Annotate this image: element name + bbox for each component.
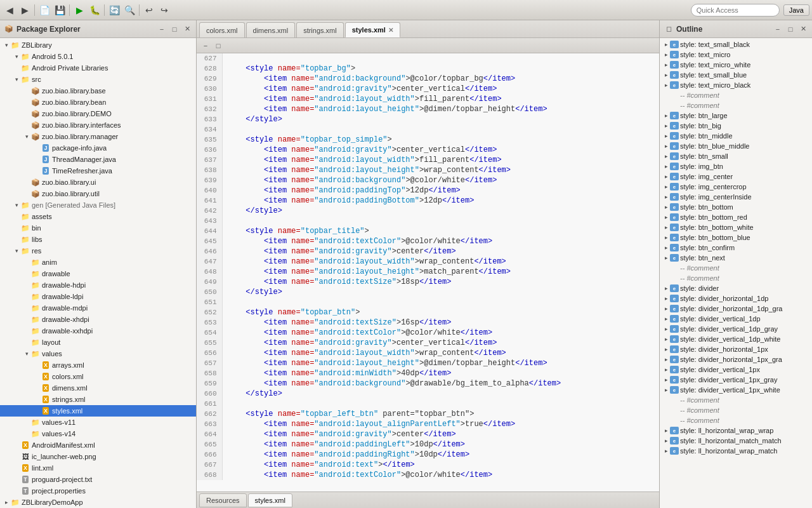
line-content[interactable]: <style name="topbar_left_btn" parent="to… — [222, 409, 659, 419]
outline-item[interactable]: ▸estyle: text_micro_black — [660, 80, 812, 90]
tree-item[interactable]: Xlint.xml — [0, 462, 196, 474]
tree-item[interactable]: XAndroidManifest.xml — [0, 439, 196, 451]
back-button[interactable]: ◀ — [3, 3, 16, 17]
tree-item[interactable]: 📦zuo.biao.library.bean — [0, 97, 196, 108]
outline-item[interactable]: ▸estyle: divider — [660, 283, 812, 293]
tree-item[interactable]: 📁drawable-xxhdpi — [0, 325, 196, 337]
line-content[interactable]: <item name="android:layout_width">fill_p… — [222, 155, 659, 165]
tree-item[interactable]: ▾📁res — [0, 245, 196, 257]
editor-tab[interactable]: colors.xml — [199, 22, 245, 37]
outline-item[interactable]: ▸estyle: btn_confirm — [660, 243, 812, 253]
outline-item[interactable]: ▸estyle: btn_middle — [660, 131, 812, 141]
tree-item[interactable]: 📁bin — [0, 222, 196, 234]
outline-item[interactable]: ▸estyle: divider_vertical_1px — [660, 364, 812, 375]
tree-item[interactable]: Xdimens.xml — [0, 382, 196, 394]
outline-item[interactable]: ▸estyle: divider_horizontal_1px — [660, 344, 812, 354]
quick-access-input[interactable] — [691, 4, 780, 17]
line-content[interactable]: <item name="android:layout_height">@dime… — [222, 104, 659, 114]
save-button[interactable]: 💾 — [53, 3, 67, 17]
outline-item[interactable]: -- #comment — [660, 415, 812, 425]
line-content[interactable]: <item name="android:paddingTop">12dp</it… — [222, 185, 659, 196]
refresh-button[interactable]: 🔄 — [107, 3, 121, 17]
tree-item[interactable]: JTimeRefresher.java — [0, 165, 196, 177]
new-button[interactable]: 📄 — [37, 3, 51, 17]
minimize-button[interactable]: − — [157, 24, 167, 34]
line-content[interactable]: <item name="android:gravity">center_vert… — [222, 338, 659, 348]
outline-item[interactable]: -- #comment — [660, 100, 812, 110]
outline-item[interactable]: ▸estyle: divider_vertical_1px_gray — [660, 375, 812, 385]
outline-item[interactable]: ▸estyle: ll_horizontal_wrap_match — [660, 446, 812, 456]
java-perspective-button[interactable]: Java — [783, 4, 809, 16]
tree-item[interactable]: 📁layout — [0, 337, 196, 348]
tree-item[interactable]: ▾📁Android 5.0.1 — [0, 51, 196, 62]
line-content[interactable]: <item name="android:textColor">@color/wh… — [222, 470, 659, 480]
outline-item[interactable]: ▸estyle: btn_bottom_white — [660, 222, 812, 232]
redo-button[interactable]: ↪ — [157, 3, 171, 17]
tree-item[interactable]: 📦zuo.biao.library.ui — [0, 177, 196, 188]
line-content[interactable]: <item name="android:background">@drawabl… — [222, 378, 659, 389]
tree-item[interactable]: Tproject.properties — [0, 485, 196, 497]
tree-item[interactable]: 📁values-v11 — [0, 417, 196, 428]
outline-item[interactable]: ▸estyle: btn_blue_middle — [660, 141, 812, 151]
line-content[interactable]: </style> — [222, 114, 659, 124]
tree-item[interactable]: ▾📁values — [0, 348, 196, 359]
line-content[interactable] — [222, 216, 659, 226]
tree-item[interactable]: ▸📁ZBLibraryDemoApp — [0, 497, 196, 508]
tree-item[interactable]: Xstyles.xml — [0, 405, 196, 417]
line-content[interactable]: <item name="android:background">@color/t… — [222, 74, 659, 84]
line-content[interactable]: <item name="android:layout_height">match… — [222, 267, 659, 277]
outline-item[interactable]: ▸estyle: divider_vertical_1dp_gray — [660, 324, 812, 334]
outline-item[interactable]: ▸estyle: text_micro_white — [660, 60, 812, 70]
tab-close-button[interactable]: ✕ — [388, 27, 393, 34]
tree-item[interactable]: 📁drawable-hdpi — [0, 279, 196, 291]
outline-item[interactable]: ▸estyle: btn_next — [660, 253, 812, 263]
tree-item[interactable]: 📁drawable — [0, 268, 196, 279]
outline-max-button[interactable]: □ — [785, 24, 796, 34]
line-content[interactable]: <item name="android:background">@color/w… — [222, 175, 659, 185]
close-panel-button[interactable]: ✕ — [182, 24, 192, 34]
code-editor[interactable]: 627628 <style name="topbar_bg">629 <item… — [197, 53, 659, 491]
line-content[interactable] — [222, 297, 659, 307]
run-button[interactable]: ▶ — [72, 3, 86, 17]
outline-item[interactable]: ▸estyle: img_centercrop — [660, 182, 812, 192]
outline-close-button[interactable]: ✕ — [798, 24, 808, 34]
outline-item[interactable]: ▸estyle: btn_small — [660, 151, 812, 161]
line-content[interactable]: </style> — [222, 287, 659, 297]
outline-item[interactable]: ▸estyle: divider_vertical_1dp_white — [660, 334, 812, 344]
tree-item[interactable]: Jpackage-info.java — [0, 142, 196, 154]
editor-max-button[interactable]: □ — [213, 41, 223, 51]
editor-min-button[interactable]: − — [200, 41, 211, 51]
line-content[interactable]: <item name="android:gravity">center</ite… — [222, 429, 659, 439]
line-content[interactable]: <item name="android:layout_height">@dime… — [222, 358, 659, 368]
tree-item[interactable]: 📁drawable-ldpi — [0, 291, 196, 302]
line-content[interactable] — [222, 53, 659, 64]
tree-item[interactable]: 📁assets — [0, 211, 196, 222]
outline-item[interactable]: -- #comment — [660, 263, 812, 273]
line-content[interactable]: <item name="android:textColor">@color/wh… — [222, 236, 659, 246]
tree-item[interactable]: Xcolors.xml — [0, 371, 196, 382]
outline-item[interactable]: ▸estyle: btn_large — [660, 110, 812, 121]
editor-tab[interactable]: styles.xml✕ — [345, 22, 400, 37]
outline-item[interactable]: ▸estyle: btn_bottom_red — [660, 212, 812, 222]
outline-item[interactable]: ▸estyle: divider_horizontal_1px_gra — [660, 354, 812, 364]
editor-tab[interactable]: dimens.xml — [246, 22, 296, 37]
outline-item[interactable]: ▸estyle: divider_vertical_1px_white — [660, 385, 812, 395]
editor-tab[interactable]: strings.xml — [296, 22, 344, 37]
line-content[interactable] — [222, 124, 659, 135]
outline-item[interactable]: ▸estyle: img_btn — [660, 161, 812, 171]
line-content[interactable]: <style name="topbar_bg"> — [222, 64, 659, 74]
line-content[interactable]: <style name="topbar_title"> — [222, 226, 659, 236]
tree-item[interactable]: 📁anim — [0, 257, 196, 268]
tree-item[interactable]: ▾📁gen [Generated Java Files] — [0, 199, 196, 211]
line-content[interactable]: <item name="android:gravity">center</ite… — [222, 246, 659, 257]
bottom-tab[interactable]: Resources — [199, 493, 247, 507]
outline-item[interactable]: ▸estyle: btn_bottom — [660, 202, 812, 212]
tree-item[interactable]: 📁drawable-xhdpi — [0, 314, 196, 325]
tree-item[interactable]: 📁Android Private Libraries — [0, 62, 196, 74]
outline-item[interactable]: -- #comment — [660, 395, 812, 405]
outline-item[interactable]: ▸estyle: text_micro — [660, 50, 812, 60]
tree-item[interactable]: 🖼ic_launcher-web.png — [0, 451, 196, 462]
tree-item[interactable]: 📁drawable-mdpi — [0, 302, 196, 314]
outline-item[interactable]: ▸estyle: divider_horizontal_1dp — [660, 293, 812, 304]
bottom-tab[interactable]: styles.xml — [248, 493, 292, 507]
